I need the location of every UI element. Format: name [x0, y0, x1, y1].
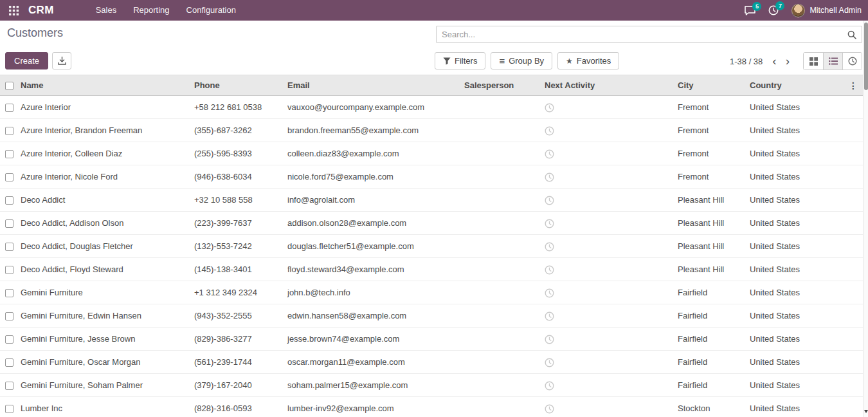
cell-next-activity[interactable] [542, 142, 675, 165]
cell-phone[interactable]: (943)-352-2555 [192, 304, 285, 328]
cell-phone[interactable]: (829)-386-3277 [192, 328, 285, 351]
cell-phone[interactable]: +58 212 681 0538 [192, 96, 285, 119]
cell-phone[interactable]: (223)-399-7637 [192, 212, 285, 235]
cell-city[interactable]: Fairfield [675, 374, 747, 397]
cell-name[interactable]: Deco Addict [18, 189, 192, 212]
cell-next-activity[interactable] [542, 304, 675, 328]
row-checkbox[interactable] [5, 173, 14, 181]
cell-next-activity[interactable] [542, 351, 675, 374]
cell-salesperson[interactable] [462, 189, 542, 212]
row-checkbox[interactable] [5, 196, 14, 205]
cell-city[interactable]: Pleasant Hill [675, 235, 747, 258]
select-all-checkbox[interactable] [5, 82, 14, 90]
cell-email[interactable]: addison.olson28@example.com [285, 212, 462, 235]
cell-salesperson[interactable] [462, 165, 542, 189]
schedule-activity-clock-icon[interactable] [545, 381, 554, 391]
row-checkbox[interactable] [5, 335, 14, 344]
row-checkbox[interactable] [5, 219, 14, 228]
cell-name[interactable]: Azure Interior [18, 96, 192, 119]
cell-email[interactable]: soham.palmer15@example.com [285, 374, 462, 397]
cell-salesperson[interactable] [462, 258, 542, 281]
column-header-phone[interactable]: Phone [192, 75, 285, 96]
column-header-name[interactable]: Name [18, 75, 192, 96]
cell-next-activity[interactable] [542, 165, 675, 189]
cell-salesperson[interactable] [462, 235, 542, 258]
list-view-button[interactable] [823, 53, 842, 70]
cell-name[interactable]: Gemini Furniture, Soham Palmer [18, 374, 192, 397]
cell-country[interactable]: United States [747, 96, 815, 119]
cell-name[interactable]: Gemini Furniture, Edwin Hansen [18, 304, 192, 328]
cell-next-activity[interactable] [542, 328, 675, 351]
cell-country[interactable]: United States [747, 212, 815, 235]
cell-country[interactable]: United States [747, 235, 815, 258]
cell-next-activity[interactable] [542, 374, 675, 397]
table-row[interactable]: Deco Addict +32 10 588 558 info@agrolait… [0, 189, 863, 212]
kanban-view-button[interactable] [804, 53, 823, 70]
cell-salesperson[interactable] [462, 96, 542, 119]
cell-next-activity[interactable] [542, 212, 675, 235]
cell-name[interactable]: Gemini Furniture, Jesse Brown [18, 328, 192, 351]
cell-country[interactable]: United States [747, 258, 815, 281]
messages-button[interactable]: 5 [745, 6, 755, 15]
schedule-activity-clock-icon[interactable] [545, 126, 554, 136]
cell-email[interactable]: oscar.morgan11@example.com [285, 351, 462, 374]
cell-salesperson[interactable] [462, 142, 542, 165]
export-button[interactable] [52, 52, 71, 70]
cell-name[interactable]: Azure Interior, Brandon Freeman [18, 119, 192, 142]
cell-salesperson[interactable] [462, 328, 542, 351]
vertical-scrollbar[interactable] [863, 21, 868, 417]
cell-city[interactable]: Fremont [675, 165, 747, 189]
table-row[interactable]: Gemini Furniture +1 312 349 2324 john.b@… [0, 281, 863, 304]
menu-reporting[interactable]: Reporting [125, 0, 177, 21]
row-checkbox[interactable] [5, 266, 14, 274]
row-checkbox[interactable] [5, 358, 14, 367]
schedule-activity-clock-icon[interactable] [545, 219, 554, 228]
cell-name[interactable]: Gemini Furniture, Oscar Morgan [18, 351, 192, 374]
cell-email[interactable]: brandon.freeman55@example.com [285, 119, 462, 142]
schedule-activity-clock-icon[interactable] [545, 103, 554, 113]
schedule-activity-clock-icon[interactable] [545, 196, 554, 205]
schedule-activity-clock-icon[interactable] [545, 172, 554, 182]
cell-salesperson[interactable] [462, 212, 542, 235]
cell-country[interactable]: United States [747, 374, 815, 397]
activity-view-button[interactable] [842, 53, 862, 70]
schedule-activity-clock-icon[interactable] [545, 404, 554, 414]
cell-email[interactable]: vauxoo@yourcompany.example.com [285, 96, 462, 119]
cell-city[interactable]: Fremont [675, 119, 747, 142]
cell-phone[interactable]: (145)-138-3401 [192, 258, 285, 281]
cell-name[interactable]: Deco Addict, Addison Olson [18, 212, 192, 235]
cell-country[interactable]: United States [747, 119, 815, 142]
row-checkbox[interactable] [5, 243, 14, 251]
cell-phone[interactable]: (946)-638-6034 [192, 165, 285, 189]
cell-phone[interactable]: (561)-239-1744 [192, 351, 285, 374]
cell-name[interactable]: Gemini Furniture [18, 281, 192, 304]
column-header-salesperson[interactable]: Salesperson [462, 75, 542, 96]
cell-salesperson[interactable] [462, 397, 542, 417]
cell-email[interactable]: lumber-inv92@example.com [285, 397, 462, 417]
cell-email[interactable]: colleen.diaz83@example.com [285, 142, 462, 165]
cell-name[interactable]: Azure Interior, Colleen Diaz [18, 142, 192, 165]
cell-city[interactable]: Fairfield [675, 351, 747, 374]
activities-button[interactable]: 7 [768, 5, 779, 15]
cell-phone[interactable]: +1 312 349 2324 [192, 281, 285, 304]
schedule-activity-clock-icon[interactable] [545, 265, 554, 275]
pager-previous-button[interactable]: ‹ [768, 53, 781, 70]
cell-country[interactable]: United States [747, 189, 815, 212]
cell-name[interactable]: Deco Addict, Douglas Fletcher [18, 235, 192, 258]
table-row[interactable]: Azure Interior +58 212 681 0538 vauxoo@y… [0, 96, 863, 119]
cell-phone[interactable]: (379)-167-2040 [192, 374, 285, 397]
schedule-activity-clock-icon[interactable] [545, 311, 554, 321]
table-row[interactable]: Azure Interior, Brandon Freeman (355)-68… [0, 119, 863, 142]
schedule-activity-clock-icon[interactable] [545, 149, 554, 159]
optional-columns-toggle-icon[interactable]: ⋮ [849, 80, 858, 91]
cell-next-activity[interactable] [542, 119, 675, 142]
cell-city[interactable]: Pleasant Hill [675, 189, 747, 212]
cell-next-activity[interactable] [542, 96, 675, 119]
row-checkbox[interactable] [5, 312, 14, 320]
row-checkbox[interactable] [5, 382, 14, 390]
table-row[interactable]: Gemini Furniture, Soham Palmer (379)-167… [0, 374, 863, 397]
cell-city[interactable]: Fairfield [675, 328, 747, 351]
cell-city[interactable]: Fremont [675, 96, 747, 119]
cell-phone[interactable]: (828)-316-0593 [192, 397, 285, 417]
cell-name[interactable]: Deco Addict, Floyd Steward [18, 258, 192, 281]
